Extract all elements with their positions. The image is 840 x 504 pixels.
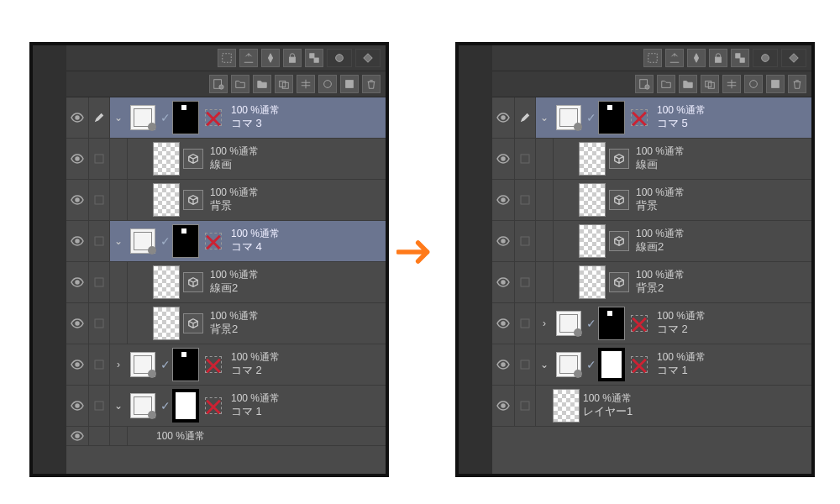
edit-target[interactable] (89, 386, 110, 426)
layer-row[interactable]: 100 %通常背景2 (66, 303, 386, 344)
layer-row[interactable]: 100 %通常線画2 (66, 262, 386, 303)
new-layer-icon[interactable] (209, 75, 228, 93)
checker-icon[interactable] (305, 49, 323, 67)
visibility-toggle[interactable] (492, 180, 515, 220)
checker-icon[interactable] (731, 49, 749, 67)
reference-icon[interactable] (665, 49, 684, 67)
layer-label[interactable]: 100 %通常コマ 5 (654, 104, 811, 130)
color-icon[interactable] (687, 49, 706, 67)
edit-target[interactable] (89, 97, 110, 138)
layer-row[interactable]: ⌄✓100 %通常コマ 1 (66, 386, 386, 427)
visibility-toggle[interactable] (492, 303, 515, 344)
edit-target[interactable] (515, 180, 536, 220)
layer-row[interactable]: ›✓100 %通常コマ 2 (66, 344, 386, 386)
visibility-toggle[interactable] (66, 386, 89, 426)
chevron-right-icon[interactable]: › (536, 303, 553, 344)
layer-row[interactable]: ⌄✓100 %通常コマ 4 (66, 221, 386, 262)
edit-target[interactable] (515, 97, 536, 138)
layer-label[interactable]: 100 %通常レイヤー1 (580, 392, 811, 418)
new-folder2-icon[interactable] (679, 75, 697, 93)
apply-mask-icon[interactable] (340, 75, 359, 93)
layer-label[interactable]: 100 %通常コマ 4 (228, 228, 386, 254)
layer-label[interactable]: 100 %通常線画2 (633, 228, 811, 254)
mask-create-icon[interactable] (744, 75, 763, 93)
layer-row[interactable]: 100 %通常背景 (66, 180, 386, 221)
mask-disabled-icon[interactable] (202, 107, 224, 129)
layer-row[interactable]: ›✓100 %通常コマ 2 (492, 303, 811, 344)
visibility-toggle[interactable] (66, 97, 89, 138)
edit-target[interactable] (515, 386, 536, 426)
visibility-toggle[interactable] (66, 262, 89, 302)
mask-disabled-icon[interactable] (628, 107, 650, 129)
visibility-toggle[interactable] (492, 262, 515, 302)
edit-target[interactable] (89, 344, 110, 385)
layer-label[interactable]: 100 %通常線画2 (207, 269, 386, 295)
layer-row[interactable]: 100 %通常背景2 (492, 262, 811, 303)
visibility-toggle[interactable] (492, 386, 515, 426)
visibility-toggle[interactable] (66, 180, 89, 220)
mask-disabled-icon[interactable] (628, 312, 650, 334)
mask-create-icon[interactable] (318, 75, 337, 93)
visibility-toggle[interactable] (492, 97, 515, 138)
chevron-down-icon[interactable]: ⌄ (536, 97, 553, 138)
trash-icon[interactable] (362, 75, 381, 93)
visibility-toggle[interactable] (492, 139, 515, 179)
layer-row[interactable]: ⌄✓100 %通常コマ 1 (492, 344, 811, 386)
mask-disabled-icon[interactable] (202, 395, 224, 417)
chevron-down-icon[interactable]: ⌄ (110, 386, 127, 426)
color-icon[interactable] (261, 49, 280, 67)
layer-row[interactable]: ⌄✓100 %通常コマ 5 (492, 97, 811, 139)
visibility-toggle[interactable] (66, 139, 89, 179)
ruler-icon[interactable] (781, 49, 806, 67)
chevron-down-icon[interactable]: ⌄ (110, 97, 127, 138)
merge-icon[interactable] (297, 75, 315, 93)
layer-label[interactable]: 100 %通常コマ 2 (654, 310, 811, 336)
layer-label[interactable]: 100 %通常コマ 3 (228, 104, 386, 130)
layer-label[interactable]: 100 %通常線画 (207, 145, 386, 171)
edit-target[interactable] (515, 344, 536, 385)
layer-label[interactable]: 100 %通常背景 (207, 186, 386, 213)
layer-label[interactable]: 100 %通常背景 (633, 186, 811, 213)
visibility-toggle[interactable] (66, 427, 89, 445)
layer-label[interactable]: 100 %通常コマ 2 (228, 351, 386, 377)
visibility-toggle[interactable] (66, 221, 89, 261)
layer-row[interactable]: 100 %通常背景 (492, 180, 811, 221)
visibility-toggle[interactable] (492, 344, 515, 385)
layer-row[interactable]: 100 %通常線画 (492, 139, 811, 180)
mask-icon[interactable] (327, 49, 352, 67)
edit-target[interactable] (89, 221, 110, 261)
transfer-icon[interactable] (275, 75, 293, 93)
visibility-toggle[interactable] (66, 303, 89, 344)
mask-disabled-icon[interactable] (202, 354, 224, 375)
select-icon[interactable] (218, 49, 236, 67)
edit-target[interactable] (89, 180, 110, 220)
layer-label[interactable]: 100 %通常コマ 1 (654, 351, 811, 377)
transfer-icon[interactable] (701, 75, 719, 93)
chevron-down-icon[interactable]: ⌄ (536, 344, 553, 385)
layer-label[interactable]: 100 %通常コマ 1 (228, 392, 386, 418)
visibility-toggle[interactable] (66, 344, 89, 385)
lock-icon[interactable] (709, 49, 727, 67)
edit-target[interactable] (89, 427, 110, 445)
new-layer-icon[interactable] (635, 75, 654, 93)
new-folder-icon[interactable] (231, 75, 249, 93)
layer-row[interactable]: 100 %通常レイヤー1 (492, 386, 811, 427)
apply-mask-icon[interactable] (766, 75, 785, 93)
edit-target[interactable] (89, 262, 110, 302)
edit-target[interactable] (515, 262, 536, 302)
reference-icon[interactable] (239, 49, 258, 67)
mask-disabled-icon[interactable] (628, 354, 650, 375)
layer-row[interactable]: 100 %通常線画 (66, 139, 386, 180)
layer-label[interactable]: 100 %通常背景2 (633, 269, 811, 295)
chevron-right-icon[interactable]: › (110, 344, 127, 385)
edit-target[interactable] (89, 303, 110, 344)
edit-target[interactable] (515, 221, 536, 261)
layer-row[interactable]: 100 %通常線画2 (492, 221, 811, 262)
mask-disabled-icon[interactable] (202, 230, 224, 252)
layer-label[interactable]: 100 %通常背景2 (207, 310, 386, 336)
new-folder-icon[interactable] (657, 75, 675, 93)
layer-row[interactable]: ⌄✓100 %通常コマ 3 (66, 97, 386, 139)
lock-icon[interactable] (283, 49, 302, 67)
chevron-down-icon[interactable]: ⌄ (110, 221, 127, 261)
edit-target[interactable] (515, 303, 536, 344)
